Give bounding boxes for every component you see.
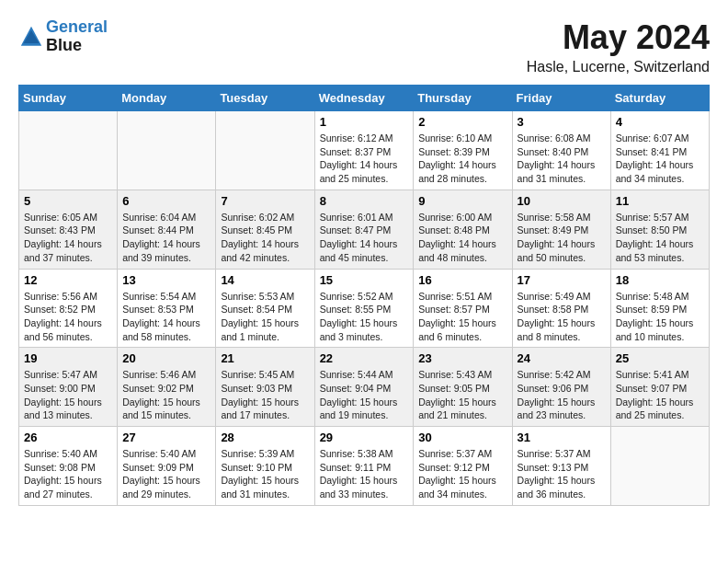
day-number: 31 xyxy=(518,431,606,444)
calendar-cell: 22Sunrise: 5:44 AM Sunset: 9:04 PM Dayli… xyxy=(314,348,414,427)
day-header-saturday: Saturday xyxy=(610,86,709,111)
cell-info: Sunrise: 6:10 AM Sunset: 8:39 PM Dayligh… xyxy=(418,132,506,186)
day-number: 18 xyxy=(616,273,704,287)
calendar-header-row: SundayMondayTuesdayWednesdayThursdayFrid… xyxy=(19,86,710,111)
day-number: 4 xyxy=(616,115,704,129)
page-header: General Blue May 2024 Hasle, Lucerne, Sw… xyxy=(18,18,710,75)
day-number: 9 xyxy=(418,194,506,208)
day-header-friday: Friday xyxy=(512,86,610,111)
day-number: 23 xyxy=(418,351,506,365)
cell-info: Sunrise: 5:41 AM Sunset: 9:07 PM Dayligh… xyxy=(616,368,704,422)
calendar-cell xyxy=(216,111,314,190)
calendar-week-row: 12Sunrise: 5:56 AM Sunset: 8:52 PM Dayli… xyxy=(19,269,710,348)
calendar-week-row: 1Sunrise: 6:12 AM Sunset: 8:37 PM Daylig… xyxy=(19,111,710,190)
cell-info: Sunrise: 5:52 AM Sunset: 8:55 PM Dayligh… xyxy=(320,290,409,344)
day-number: 5 xyxy=(24,194,112,208)
calendar-cell: 28Sunrise: 5:39 AM Sunset: 9:10 PM Dayli… xyxy=(216,427,314,506)
day-number: 15 xyxy=(320,273,409,287)
day-number: 8 xyxy=(320,194,409,208)
day-number: 17 xyxy=(518,273,606,287)
logo-general: General xyxy=(46,17,108,36)
location-title: Hasle, Lucerne, Switzerland xyxy=(527,59,710,75)
calendar-cell: 15Sunrise: 5:52 AM Sunset: 8:55 PM Dayli… xyxy=(314,269,414,348)
calendar-cell: 6Sunrise: 6:04 AM Sunset: 8:44 PM Daylig… xyxy=(118,190,216,269)
day-number: 22 xyxy=(320,351,409,365)
cell-info: Sunrise: 5:38 AM Sunset: 9:11 PM Dayligh… xyxy=(320,447,409,501)
calendar-cell: 29Sunrise: 5:38 AM Sunset: 9:11 PM Dayli… xyxy=(314,427,414,506)
calendar-cell: 10Sunrise: 5:58 AM Sunset: 8:49 PM Dayli… xyxy=(512,190,610,269)
calendar-cell: 4Sunrise: 6:07 AM Sunset: 8:41 PM Daylig… xyxy=(610,111,709,190)
cell-info: Sunrise: 6:01 AM Sunset: 8:47 PM Dayligh… xyxy=(320,211,409,265)
calendar-cell: 8Sunrise: 6:01 AM Sunset: 8:47 PM Daylig… xyxy=(314,190,414,269)
day-number: 10 xyxy=(518,194,606,208)
cell-info: Sunrise: 5:48 AM Sunset: 8:59 PM Dayligh… xyxy=(616,290,704,344)
calendar-cell: 24Sunrise: 5:42 AM Sunset: 9:06 PM Dayli… xyxy=(512,348,610,427)
cell-info: Sunrise: 5:40 AM Sunset: 9:09 PM Dayligh… xyxy=(122,447,210,501)
calendar-cell: 31Sunrise: 5:37 AM Sunset: 9:13 PM Dayli… xyxy=(512,427,610,506)
day-header-tuesday: Tuesday xyxy=(216,86,314,111)
cell-info: Sunrise: 5:56 AM Sunset: 8:52 PM Dayligh… xyxy=(24,290,112,344)
cell-info: Sunrise: 5:45 AM Sunset: 9:03 PM Dayligh… xyxy=(221,368,309,422)
calendar-cell: 13Sunrise: 5:54 AM Sunset: 8:53 PM Dayli… xyxy=(118,269,216,348)
calendar-cell: 26Sunrise: 5:40 AM Sunset: 9:08 PM Dayli… xyxy=(19,427,118,506)
day-number: 14 xyxy=(221,273,309,287)
cell-info: Sunrise: 5:40 AM Sunset: 9:08 PM Dayligh… xyxy=(24,447,112,501)
cell-info: Sunrise: 5:43 AM Sunset: 9:05 PM Dayligh… xyxy=(418,368,506,422)
calendar-cell: 23Sunrise: 5:43 AM Sunset: 9:05 PM Dayli… xyxy=(414,348,512,427)
day-number: 24 xyxy=(518,351,606,365)
day-number: 1 xyxy=(320,115,409,129)
calendar-cell: 21Sunrise: 5:45 AM Sunset: 9:03 PM Dayli… xyxy=(216,348,314,427)
day-number: 11 xyxy=(616,194,704,208)
calendar-cell: 19Sunrise: 5:47 AM Sunset: 9:00 PM Dayli… xyxy=(19,348,118,427)
calendar-cell: 9Sunrise: 6:00 AM Sunset: 8:48 PM Daylig… xyxy=(414,190,512,269)
cell-info: Sunrise: 5:53 AM Sunset: 8:54 PM Dayligh… xyxy=(221,290,309,344)
cell-info: Sunrise: 6:00 AM Sunset: 8:48 PM Dayligh… xyxy=(418,211,506,265)
day-number: 30 xyxy=(418,431,506,444)
logo-blue: Blue xyxy=(46,36,82,54)
cell-info: Sunrise: 5:49 AM Sunset: 8:58 PM Dayligh… xyxy=(518,290,606,344)
day-number: 26 xyxy=(24,431,112,444)
cell-info: Sunrise: 5:44 AM Sunset: 9:04 PM Dayligh… xyxy=(320,368,409,422)
calendar-week-row: 19Sunrise: 5:47 AM Sunset: 9:00 PM Dayli… xyxy=(19,348,710,427)
calendar-week-row: 26Sunrise: 5:40 AM Sunset: 9:08 PM Dayli… xyxy=(19,427,710,506)
cell-info: Sunrise: 5:57 AM Sunset: 8:50 PM Dayligh… xyxy=(616,211,704,265)
day-number: 3 xyxy=(518,115,606,129)
cell-info: Sunrise: 6:07 AM Sunset: 8:41 PM Dayligh… xyxy=(616,132,704,186)
cell-info: Sunrise: 5:58 AM Sunset: 8:49 PM Dayligh… xyxy=(518,211,606,265)
calendar-cell: 3Sunrise: 6:08 AM Sunset: 8:40 PM Daylig… xyxy=(512,111,610,190)
cell-info: Sunrise: 5:51 AM Sunset: 8:57 PM Dayligh… xyxy=(418,290,506,344)
logo-icon xyxy=(18,24,44,50)
day-number: 20 xyxy=(122,351,210,365)
calendar-cell: 20Sunrise: 5:46 AM Sunset: 9:02 PM Dayli… xyxy=(118,348,216,427)
calendar-cell: 11Sunrise: 5:57 AM Sunset: 8:50 PM Dayli… xyxy=(610,190,709,269)
calendar-cell: 17Sunrise: 5:49 AM Sunset: 8:58 PM Dayli… xyxy=(512,269,610,348)
day-header-sunday: Sunday xyxy=(19,86,118,111)
calendar-cell: 5Sunrise: 6:05 AM Sunset: 8:43 PM Daylig… xyxy=(19,190,118,269)
calendar-cell: 18Sunrise: 5:48 AM Sunset: 8:59 PM Dayli… xyxy=(610,269,709,348)
day-number: 13 xyxy=(122,273,210,287)
calendar-cell: 7Sunrise: 6:02 AM Sunset: 8:45 PM Daylig… xyxy=(216,190,314,269)
cell-info: Sunrise: 6:02 AM Sunset: 8:45 PM Dayligh… xyxy=(221,211,309,265)
calendar-cell: 2Sunrise: 6:10 AM Sunset: 8:39 PM Daylig… xyxy=(414,111,512,190)
day-number: 25 xyxy=(616,351,704,365)
calendar-cell xyxy=(118,111,216,190)
cell-info: Sunrise: 6:12 AM Sunset: 8:37 PM Dayligh… xyxy=(320,132,409,186)
day-number: 29 xyxy=(320,431,409,444)
calendar-cell: 14Sunrise: 5:53 AM Sunset: 8:54 PM Dayli… xyxy=(216,269,314,348)
cell-info: Sunrise: 5:46 AM Sunset: 9:02 PM Dayligh… xyxy=(122,368,210,422)
calendar-week-row: 5Sunrise: 6:05 AM Sunset: 8:43 PM Daylig… xyxy=(19,190,710,269)
day-number: 16 xyxy=(418,273,506,287)
day-number: 19 xyxy=(24,351,112,365)
calendar-cell: 25Sunrise: 5:41 AM Sunset: 9:07 PM Dayli… xyxy=(610,348,709,427)
title-block: May 2024 Hasle, Lucerne, Switzerland xyxy=(527,18,710,75)
calendar-cell: 30Sunrise: 5:37 AM Sunset: 9:12 PM Dayli… xyxy=(414,427,512,506)
cell-info: Sunrise: 6:04 AM Sunset: 8:44 PM Dayligh… xyxy=(122,211,210,265)
cell-info: Sunrise: 5:54 AM Sunset: 8:53 PM Dayligh… xyxy=(122,290,210,344)
day-number: 2 xyxy=(418,115,506,129)
calendar-table: SundayMondayTuesdayWednesdayThursdayFrid… xyxy=(18,85,710,506)
cell-info: Sunrise: 6:08 AM Sunset: 8:40 PM Dayligh… xyxy=(518,132,606,186)
calendar-cell: 27Sunrise: 5:40 AM Sunset: 9:09 PM Dayli… xyxy=(118,427,216,506)
cell-info: Sunrise: 5:37 AM Sunset: 9:12 PM Dayligh… xyxy=(418,447,506,501)
cell-info: Sunrise: 5:37 AM Sunset: 9:13 PM Dayligh… xyxy=(518,447,606,501)
calendar-cell: 12Sunrise: 5:56 AM Sunset: 8:52 PM Dayli… xyxy=(19,269,118,348)
